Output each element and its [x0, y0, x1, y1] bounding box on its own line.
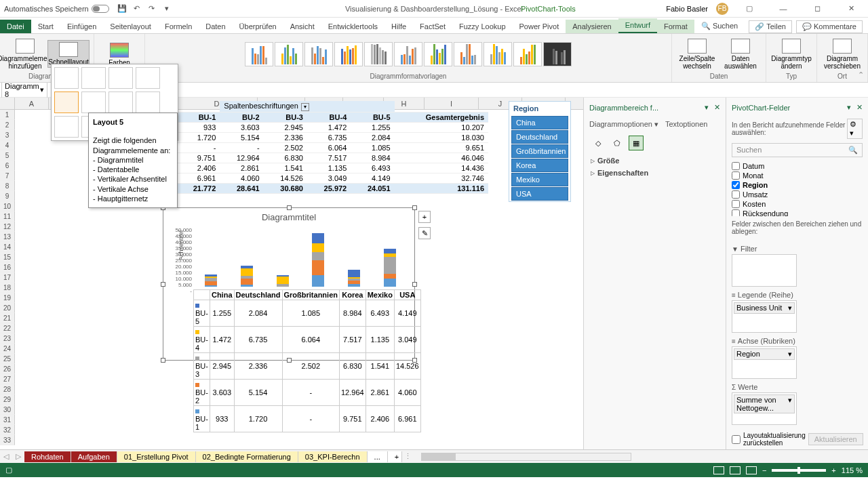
row-10[interactable]: 10 [0, 201, 15, 211]
ribbon-mode-icon[interactable]: ▢ [736, 3, 762, 15]
row-19[interactable]: 19 [0, 293, 15, 303]
row-29[interactable]: 29 [0, 394, 15, 405]
row-4[interactable]: 4 [0, 140, 15, 150]
chart-style-gallery[interactable] [245, 35, 572, 73]
undo-icon[interactable]: ↶ [132, 4, 142, 14]
row-24[interactable]: 24 [0, 344, 15, 354]
toggle-switch-icon[interactable] [92, 5, 109, 13]
axis-chip[interactable]: Region▾ [734, 348, 795, 360]
tab-formeln[interactable]: Formeln [158, 20, 199, 33]
chart-style-7[interactable] [424, 42, 452, 66]
row-21[interactable]: 21 [0, 313, 15, 323]
size-properties-icon[interactable]: ▦ [629, 136, 644, 150]
sheet-tab-more[interactable]: ... [368, 451, 388, 462]
row-14[interactable]: 14 [0, 242, 15, 252]
change-chart-type-button[interactable]: Diagrammtyp ändern [770, 37, 812, 71]
tab-seitenlayout[interactable]: Seitenlayout [103, 20, 158, 33]
field-list[interactable]: DatumMonatRegionUmsatzKostenRücksendungB… [726, 160, 868, 216]
row-9[interactable]: 9 [0, 191, 15, 201]
name-box[interactable]: Diagramm 8▾ [1, 80, 47, 100]
customize-icon[interactable]: ▾ [162, 4, 172, 14]
chart-style-11[interactable] [543, 42, 572, 66]
region-slicer[interactable]: Region ChinaDeutschlandGroßbritannienKor… [509, 101, 571, 202]
sheet-tab-01[interactable]: 01_Erstellung Pivot [117, 451, 196, 462]
layout-option-9[interactable] [54, 116, 79, 138]
row-6[interactable]: 6 [0, 161, 15, 171]
tab-nav-prev-icon[interactable]: ◁ [0, 452, 12, 461]
pivot-chart[interactable]: + ✎ Diagrammtitel Achsentitel 50.00045.0… [163, 207, 415, 361]
slicer-item[interactable]: Korea [511, 159, 568, 172]
fill-line-icon[interactable]: ◇ [591, 136, 606, 150]
defer-checkbox[interactable]: Layoutaktualisierung zurückstellen [732, 432, 806, 447]
row-28[interactable]: 28 [0, 384, 15, 394]
row-20[interactable]: 20 [0, 303, 15, 313]
row-23[interactable]: 23 [0, 333, 15, 344]
zoom-in-icon[interactable]: + [831, 466, 835, 474]
autosave-toggle[interactable]: Automatisches Speichern [4, 5, 109, 13]
values-area[interactable]: Summe von Nettogew...▾ [732, 392, 797, 425]
page-layout-view-icon[interactable] [730, 466, 741, 474]
size-group[interactable]: ▷Größe [584, 155, 726, 167]
share-button[interactable]: 🔗 Teilen [749, 20, 792, 33]
sheet-tab-02[interactable]: 02_Bedingte Formatierung [196, 451, 298, 462]
col-A[interactable]: A [15, 98, 49, 109]
record-macro-icon[interactable]: ▢ [5, 466, 12, 474]
tab-format[interactable]: Format [657, 20, 694, 33]
chart-plot-area[interactable] [193, 228, 408, 287]
legend-chip[interactable]: Business Unit▾ [734, 302, 795, 314]
chart-brush-icon[interactable]: ✎ [418, 227, 431, 239]
field-item[interactable]: Monat [732, 171, 863, 180]
chart-plus-icon[interactable]: + [418, 211, 431, 223]
slicer-item[interactable]: Großbritannien [511, 144, 568, 158]
sheet-area[interactable]: A B C D E F G H I J K 123456789101112131… [0, 98, 583, 449]
normal-view-icon[interactable] [713, 466, 724, 474]
sheet-tab-rohdaten[interactable]: Rohdaten [24, 451, 71, 462]
slicer-item[interactable]: USA [511, 187, 568, 201]
row-32[interactable]: 32 [0, 425, 15, 435]
row-33[interactable]: 33 [0, 435, 15, 445]
layout-option-7[interactable] [108, 92, 133, 113]
row-8[interactable]: 8 [0, 181, 15, 191]
row-13[interactable]: 13 [0, 232, 15, 242]
redo-icon[interactable]: ↷ [147, 4, 157, 14]
layout-option-4[interactable] [136, 67, 160, 89]
field-item[interactable]: Datum [732, 161, 863, 171]
chart-style-9[interactable] [484, 42, 512, 66]
row-17[interactable]: 17 [0, 272, 15, 283]
switch-row-col-button[interactable]: Zeile/Spalte wechseln [676, 37, 718, 71]
tab-factset[interactable]: FactSet [413, 20, 452, 33]
row-18[interactable]: 18 [0, 283, 15, 293]
row-16[interactable]: 16 [0, 262, 15, 272]
field-item[interactable]: Region [732, 180, 863, 190]
row-1[interactable]: 1 [0, 110, 15, 120]
field-search-input[interactable]: Suchen🔍 [732, 143, 863, 157]
fields-close-icon[interactable]: ✕ [856, 103, 863, 112]
effects-icon[interactable]: ⬠ [610, 136, 625, 150]
slicer-item[interactable]: Deutschland [511, 130, 568, 144]
collapse-ribbon-icon[interactable]: ⌃ [858, 70, 864, 79]
legend-area[interactable]: Business Unit▾ [732, 300, 797, 333]
tab-einfuegen[interactable]: Einfügen [60, 20, 103, 33]
row-31[interactable]: 31 [0, 415, 15, 425]
row-5[interactable]: 5 [0, 150, 15, 161]
row-7[interactable]: 7 [0, 171, 15, 181]
save-icon[interactable]: 💾 [117, 4, 127, 14]
chart-style-6[interactable] [394, 42, 422, 66]
new-sheet-button[interactable]: + [388, 451, 402, 462]
user-name[interactable]: Fabio Basler [666, 5, 708, 13]
horizontal-scrollbar[interactable] [421, 453, 631, 461]
tab-powerpivot[interactable]: Power Pivot [513, 20, 566, 33]
text-options-tab[interactable]: Textoptionen [665, 120, 707, 129]
layout-option-6[interactable] [81, 92, 106, 113]
chart-title[interactable]: Diagrammtitel [163, 208, 414, 226]
values-chip[interactable]: Summe von Nettogew...▾ [734, 394, 795, 413]
zoom-out-icon[interactable]: − [762, 466, 766, 474]
minimize-icon[interactable]: — [770, 3, 796, 15]
chart-style-4[interactable] [334, 42, 363, 66]
layout-option-2[interactable] [81, 67, 106, 89]
tab-fuzzy[interactable]: Fuzzy Lookup [452, 20, 512, 33]
add-chart-element-button[interactable]: Diagrammelement hinzufügen [4, 37, 46, 71]
axis-area[interactable]: Region▾ [732, 346, 797, 379]
select-all-corner[interactable] [0, 98, 15, 109]
sheet-tab-aufgaben[interactable]: Aufgaben [71, 451, 117, 462]
